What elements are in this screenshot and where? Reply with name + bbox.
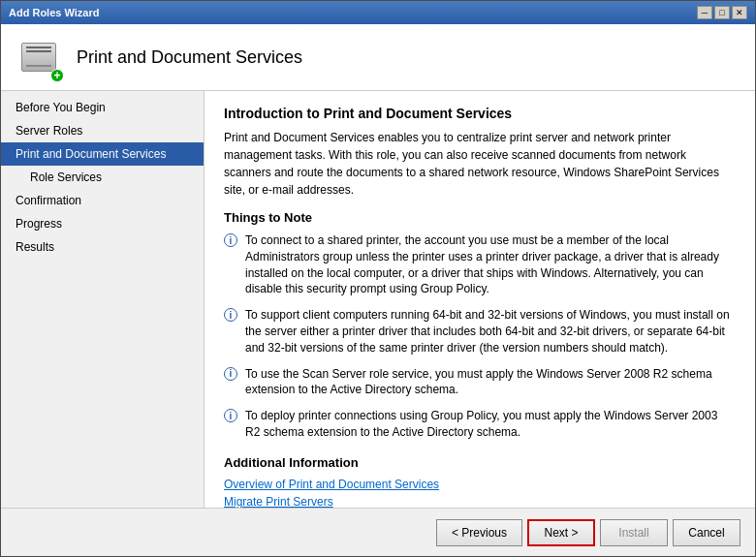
- maximize-button[interactable]: □: [714, 6, 730, 19]
- overview-link[interactable]: Overview of Print and Document Services: [224, 478, 736, 491]
- title-bar-controls: ─ □ ✕: [697, 6, 747, 19]
- info-item-3: i To deploy printer connections using Gr…: [224, 408, 736, 441]
- info-item-0: i To connect to a shared printer, the ac…: [224, 232, 736, 297]
- sidebar-item-before-you-begin[interactable]: Before You Begin: [1, 96, 204, 119]
- content-intro: Print and Document Services enables you …: [224, 129, 736, 199]
- additional-title: Additional Information: [224, 455, 736, 470]
- title-bar: Add Roles Wizard ─ □ ✕: [1, 1, 755, 24]
- migrate-link[interactable]: Migrate Print Servers: [224, 495, 736, 508]
- info-text-1: To support client computers running 64-b…: [245, 307, 736, 356]
- close-button[interactable]: ✕: [732, 6, 747, 19]
- sidebar-item-progress[interactable]: Progress: [1, 212, 204, 235]
- header-title: Print and Document Services: [77, 47, 302, 68]
- window-title: Add Roles Wizard: [9, 7, 99, 18]
- minimize-button[interactable]: ─: [697, 6, 712, 19]
- things-to-note-title: Things to Note: [224, 210, 736, 225]
- info-icon-3: i: [224, 409, 237, 422]
- next-button[interactable]: Next >: [527, 519, 595, 546]
- additional-section: Additional Information Overview of Print…: [224, 455, 736, 508]
- content-area: Introduction to Print and Document Servi…: [205, 91, 755, 508]
- info-item-1: i To support client computers running 64…: [224, 307, 736, 356]
- sidebar-item-role-services[interactable]: Role Services: [1, 166, 204, 189]
- sidebar-item-server-roles[interactable]: Server Roles: [1, 119, 204, 142]
- cancel-button[interactable]: Cancel: [673, 519, 740, 546]
- plus-badge-icon: +: [50, 69, 64, 82]
- previous-button[interactable]: < Previous: [436, 519, 522, 546]
- sidebar: Before You Begin Server Roles Print and …: [1, 91, 205, 508]
- install-button[interactable]: Install: [600, 519, 668, 546]
- info-icon-1: i: [224, 308, 237, 322]
- footer: < Previous Next > Install Cancel: [1, 508, 755, 556]
- sidebar-item-results[interactable]: Results: [1, 235, 204, 259]
- add-roles-wizard-window: Add Roles Wizard ─ □ ✕ + Print and Docum…: [0, 0, 756, 557]
- content-title: Introduction to Print and Document Servi…: [224, 106, 736, 121]
- header-icon: +: [16, 34, 62, 80]
- info-text-0: To connect to a shared printer, the acco…: [245, 232, 736, 297]
- info-icon-0: i: [224, 233, 237, 247]
- header-bar: + Print and Document Services: [1, 24, 755, 91]
- sidebar-item-confirmation[interactable]: Confirmation: [1, 189, 204, 212]
- sidebar-item-print-document-services[interactable]: Print and Document Services: [1, 142, 204, 166]
- info-icon-2: i: [224, 367, 237, 381]
- main-content: Before You Begin Server Roles Print and …: [1, 91, 755, 508]
- info-text-3: To deploy printer connections using Grou…: [245, 408, 736, 441]
- server-box-icon: [21, 43, 56, 72]
- info-item-2: i To use the Scan Server role service, y…: [224, 366, 736, 399]
- info-text-2: To use the Scan Server role service, you…: [245, 366, 736, 399]
